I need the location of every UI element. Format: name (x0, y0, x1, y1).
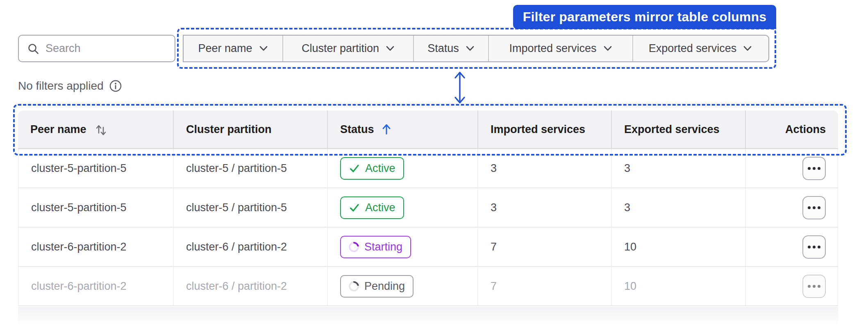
search-input[interactable] (45, 42, 191, 55)
row-actions-button[interactable] (802, 275, 826, 298)
filter-status-text: No filters applied (18, 78, 122, 94)
peer-name-cell: cluster-5-partition-5 (31, 162, 127, 175)
peers-table-screen: Filter parameters mirror table columns P… (0, 0, 868, 334)
imported-services-cell: 3 (491, 162, 497, 175)
cluster-partition-cell: cluster-6 / partition-2 (186, 280, 287, 293)
ellipsis-icon (808, 206, 811, 209)
column-header-actions: Actions (746, 111, 838, 148)
ellipsis-icon (808, 167, 811, 170)
search-icon (27, 43, 39, 55)
row-actions-button[interactable] (802, 235, 826, 259)
chevron-down-icon (386, 46, 395, 51)
filter-label: Peer name (198, 42, 252, 55)
filter-label: Cluster partition (302, 42, 379, 55)
status-badge-active: Active (340, 157, 404, 180)
table-header-row: Peer name Cluster partition Status (18, 111, 838, 149)
ellipsis-icon (808, 285, 811, 288)
filter-imported-services[interactable]: Imported services (488, 36, 632, 61)
row-actions-button[interactable] (802, 196, 826, 219)
status-badge-pending: Pending (340, 275, 414, 298)
column-header-cluster-partition: Cluster partition (174, 111, 328, 148)
filter-label: Status (427, 42, 459, 55)
no-filters-label: No filters applied (18, 79, 104, 93)
filter-group: Peer name Cluster partition Status Impor… (183, 35, 769, 62)
status-badge-starting: Starting (340, 236, 411, 258)
check-icon (349, 202, 360, 213)
sort-both-icon (94, 123, 108, 136)
column-header-exported-services: Exported services (612, 111, 746, 148)
table-row: cluster-5-partition-5 cluster-5 / partit… (18, 149, 838, 188)
cluster-partition-cell: cluster-5 / partition-5 (186, 201, 287, 214)
check-icon (349, 163, 360, 174)
imported-services-cell: 7 (491, 241, 497, 253)
imported-services-cell: 7 (491, 280, 497, 293)
column-header-status[interactable]: Status (328, 111, 478, 148)
exported-services-cell: 3 (624, 162, 630, 175)
filter-status[interactable]: Status (413, 36, 488, 61)
chevron-down-icon (466, 46, 475, 51)
filter-label: Imported services (509, 42, 596, 55)
table-fade (18, 307, 838, 328)
filter-cluster-partition[interactable]: Cluster partition (282, 36, 413, 61)
cluster-partition-cell: cluster-5 / partition-5 (186, 162, 287, 175)
chevron-down-icon (743, 46, 752, 51)
spinner-icon (347, 279, 361, 293)
search-box (18, 35, 175, 62)
exported-services-cell: 3 (624, 201, 630, 214)
column-header-imported-services: Imported services (478, 111, 612, 148)
row-actions-button[interactable] (802, 157, 826, 180)
table-row: cluster-6-partition-2 cluster-6 / partit… (18, 228, 838, 267)
exported-services-cell: 10 (624, 241, 636, 253)
filter-peer-name[interactable]: Peer name (184, 36, 282, 61)
chevron-down-icon (603, 46, 612, 51)
cluster-partition-cell: cluster-6 / partition-2 (186, 241, 287, 253)
callout-banner: Filter parameters mirror table columns (513, 5, 776, 29)
filter-label: Exported services (649, 42, 737, 55)
info-icon[interactable] (109, 79, 122, 93)
imported-services-cell: 3 (491, 201, 497, 214)
column-header-peer-name[interactable]: Peer name (18, 111, 174, 148)
chevron-down-icon (259, 46, 268, 51)
peer-name-cell: cluster-6-partition-2 (31, 280, 127, 293)
table-row: cluster-6-partition-2 cluster-6 / partit… (18, 267, 838, 306)
peer-name-cell: cluster-5-partition-5 (31, 201, 127, 214)
status-badge-active: Active (340, 196, 404, 219)
peer-name-cell: cluster-6-partition-2 (31, 241, 127, 253)
exported-services-cell: 10 (624, 280, 636, 293)
double-arrow-icon (451, 70, 469, 106)
ellipsis-icon (808, 246, 811, 248)
spinner-icon (347, 239, 361, 254)
filter-exported-services[interactable]: Exported services (632, 36, 768, 61)
table-row: cluster-5-partition-5 cluster-5 / partit… (18, 188, 838, 228)
sort-ascending-icon (382, 123, 391, 135)
peers-table: Peer name Cluster partition Status (18, 111, 838, 306)
